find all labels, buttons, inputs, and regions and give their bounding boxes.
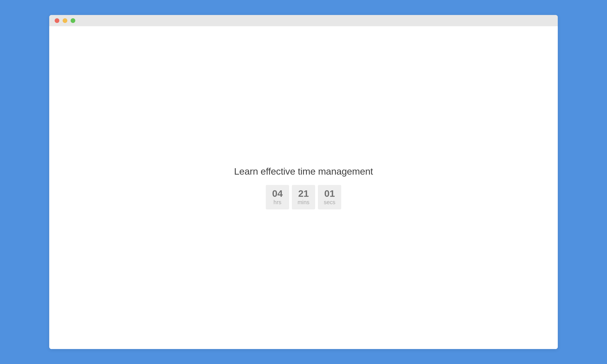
page-content: Learn effective time management 04 hrs 2… (49, 26, 558, 349)
countdown-seconds-value: 01 (324, 188, 335, 199)
countdown-minutes-tile: 21 mins (292, 185, 315, 210)
countdown-hours-label: hrs (274, 199, 281, 206)
countdown-seconds-tile: 01 secs (318, 185, 341, 210)
window-maximize-button[interactable] (71, 18, 75, 23)
countdown-hours-value: 04 (272, 188, 283, 199)
countdown-minutes-value: 21 (298, 188, 309, 199)
countdown-timer: 04 hrs 21 mins 01 secs (266, 185, 341, 210)
countdown-minutes-label: mins (297, 199, 309, 206)
countdown-seconds-label: secs (324, 199, 335, 206)
browser-window: Learn effective time management 04 hrs 2… (49, 15, 558, 349)
countdown-hours-tile: 04 hrs (266, 185, 289, 210)
page-heading: Learn effective time management (234, 166, 373, 177)
window-titlebar (49, 15, 558, 26)
window-minimize-button[interactable] (63, 18, 67, 23)
window-close-button[interactable] (55, 18, 59, 23)
